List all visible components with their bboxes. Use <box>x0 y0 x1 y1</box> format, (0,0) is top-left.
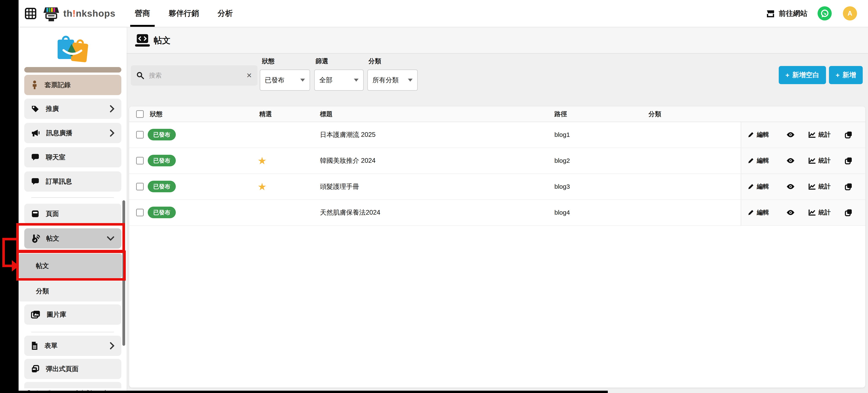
edit-button[interactable]: 編輯 <box>747 183 769 191</box>
scrolled-item-edge <box>24 67 121 72</box>
category-filter-value: 所有分類 <box>372 76 399 85</box>
post-path: blog4 <box>554 199 570 225</box>
sidebar-scrollbar[interactable] <box>122 200 125 346</box>
sidebar-item-label: 套票記錄 <box>44 80 71 89</box>
sidebar-subitem-categories[interactable]: 分類 <box>19 281 122 301</box>
stats-button[interactable]: 統計 <box>808 131 831 139</box>
stats-button[interactable]: 統計 <box>808 183 831 191</box>
sidebar-divider <box>31 332 114 332</box>
sidebar-item-forms[interactable]: 表單 <box>24 336 121 356</box>
line-chart-icon <box>808 131 816 138</box>
posts-table: 狀態 精選 標題 路徑 分類 已發布 日本護膚潮流 2025 blog1 編輯 … <box>129 106 865 388</box>
post-title[interactable]: 韓國美妝推介 2024 <box>320 148 376 173</box>
tag-icon <box>31 105 39 113</box>
main-content: 帖文 搜索 ✕ 狀態 已發布 篩選 全部 分類 所有分類 +新增空白 +新增 <box>127 27 868 393</box>
laptop-code-icon <box>135 32 150 48</box>
sidebar-item-promotion[interactable]: 推廣 <box>24 99 121 119</box>
category-filter-select[interactable]: 所有分類 <box>367 70 417 91</box>
row-checkbox[interactable] <box>136 157 144 164</box>
eye-icon <box>786 132 795 138</box>
avatar-letter: A <box>847 10 852 17</box>
tab-analytics[interactable]: 分析 <box>216 0 234 27</box>
sidebar-item-chatroom[interactable]: 聊天室 <box>24 147 121 167</box>
sidebar-item-broadcast[interactable]: 訊息廣播 <box>24 123 121 143</box>
search-input[interactable]: 搜索 ✕ <box>131 65 257 86</box>
sidebar-item-posts[interactable]: 帖文 <box>24 228 121 249</box>
sort-filter-select[interactable]: 全部 <box>314 70 364 91</box>
megaphone-icon <box>31 129 40 137</box>
status-badge: 已發布 <box>148 129 176 140</box>
clear-search-icon[interactable]: ✕ <box>246 71 252 79</box>
duplicate-button[interactable] <box>844 173 852 199</box>
duplicate-button[interactable] <box>844 122 852 148</box>
post-path: blog3 <box>554 173 570 199</box>
book-icon <box>31 209 39 218</box>
eye-icon <box>786 184 795 190</box>
sidebar-item-label: 推廣 <box>46 104 59 113</box>
visit-site-button[interactable]: 前往網站 <box>766 0 807 27</box>
post-path: blog2 <box>554 148 570 173</box>
chat-bubble-icon <box>31 177 39 186</box>
row-checkbox[interactable] <box>136 209 144 216</box>
preview-button[interactable] <box>786 173 795 199</box>
post-title[interactable]: 天然肌膚保養法2024 <box>320 199 380 225</box>
table-header: 狀態 精選 標題 路徑 分類 <box>129 106 865 122</box>
bottom-black-strip <box>0 391 608 393</box>
featured-star-icon: ★ <box>257 181 267 193</box>
line-chart-icon <box>808 209 816 216</box>
duplicate-button[interactable] <box>844 199 852 225</box>
row-checkbox[interactable] <box>136 183 144 190</box>
preview-button[interactable] <box>786 199 795 225</box>
storefront-awning-icon <box>42 4 60 23</box>
post-title[interactable]: 日本護膚潮流 2025 <box>320 122 376 148</box>
sidebar-item-pages[interactable]: 頁面 <box>24 204 121 224</box>
sidebar-item-label: 訂單訊息 <box>46 177 72 186</box>
sidebar-item-label: 彈出式頁面 <box>46 364 79 373</box>
stats-button[interactable]: 統計 <box>808 157 831 165</box>
stats-button[interactable]: 統計 <box>808 208 831 217</box>
column-header-title: 標題 <box>320 106 333 122</box>
preview-button[interactable] <box>786 122 795 148</box>
sidebar-item-popup-pages[interactable]: 彈出式頁面 <box>24 359 121 379</box>
person-icon <box>31 80 38 90</box>
brand-name: th!nkshops <box>63 8 116 19</box>
shop-logo <box>51 34 93 65</box>
blog-icon <box>31 234 40 243</box>
primary-nav: 營商 夥伴行銷 分析 <box>133 0 234 27</box>
add-button[interactable]: +新增 <box>829 66 863 84</box>
status-filter-select[interactable]: 已發布 <box>260 70 310 91</box>
table-row: 已發布 ★ 韓國美妝推介 2024 blog2 編輯 統計 <box>129 148 865 174</box>
edit-button[interactable]: 編輯 <box>747 131 769 139</box>
sidebar-item-packages[interactable]: 套票記錄 <box>24 75 121 95</box>
chevron-right-icon <box>110 342 115 350</box>
tab-business[interactable]: 營商 <box>133 0 151 27</box>
storefront-icon <box>766 9 775 18</box>
row-checkbox[interactable] <box>136 131 144 138</box>
sidebar-subitem-posts[interactable]: 帖文 <box>19 254 122 278</box>
post-title[interactable]: 頭髮護理手冊 <box>320 173 359 199</box>
apps-grid-icon[interactable] <box>25 8 36 19</box>
add-label: 新增 <box>842 70 856 80</box>
table-row: 已發布 日本護膚潮流 2025 blog1 編輯 統計 <box>129 122 865 148</box>
brand-logo[interactable]: th!nkshops <box>42 3 116 24</box>
document-icon <box>31 341 38 350</box>
edit-button[interactable]: 編輯 <box>747 208 769 217</box>
sidebar-item-label: 訊息廣播 <box>46 129 72 137</box>
whatsapp-button[interactable] <box>817 6 832 21</box>
status-filter-value: 已發布 <box>265 76 284 85</box>
caret-down-icon <box>408 79 412 81</box>
sidebar-item-label: 頁面 <box>46 209 59 218</box>
sidebar-item-order-messages[interactable]: 訂單訊息 <box>24 171 121 192</box>
tab-affiliate-marketing[interactable]: 夥伴行銷 <box>167 0 200 27</box>
preview-button[interactable] <box>786 148 795 173</box>
user-avatar[interactable]: A <box>843 6 857 21</box>
column-header-featured: 精選 <box>259 106 272 122</box>
select-all-checkbox[interactable] <box>136 110 144 118</box>
duplicate-button[interactable] <box>844 148 852 173</box>
pencil-icon <box>747 131 754 138</box>
edit-button[interactable]: 編輯 <box>747 157 769 165</box>
add-blank-button[interactable]: +新增空白 <box>779 66 826 84</box>
sidebar-item-gallery[interactable]: 圖片庫 <box>24 304 121 325</box>
post-path: blog1 <box>554 122 570 148</box>
eye-icon <box>786 158 795 164</box>
